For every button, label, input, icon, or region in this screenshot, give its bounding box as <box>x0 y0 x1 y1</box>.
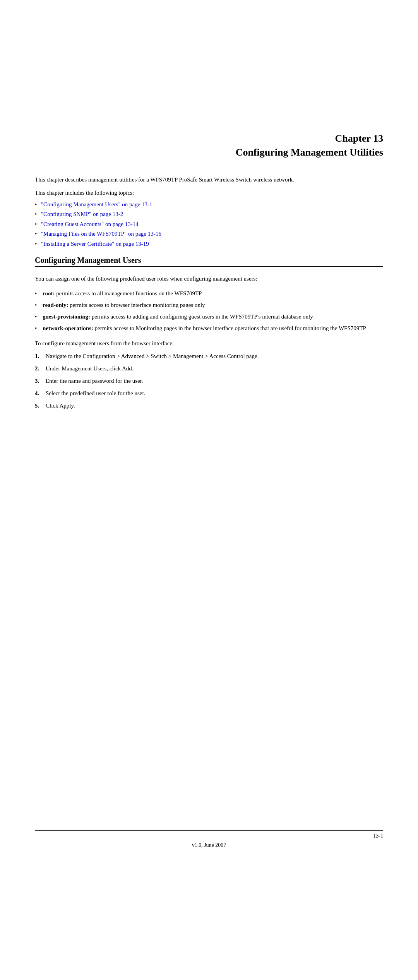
step-1-num: 1. <box>35 351 39 361</box>
chapter-title-text: Configuring Management Utilities <box>236 147 383 158</box>
step-3-text: Enter the name and password for the user… <box>46 378 143 384</box>
toc-list: "Configuring Management Users" on page 1… <box>35 200 383 249</box>
bullet-term-network: network-operations: <box>43 325 93 331</box>
toc-link-3[interactable]: "Creating Guest Accounts" on page 13-14 <box>41 221 139 227</box>
step-5: 5. Click Apply. <box>35 401 383 410</box>
step-2: 2. Under Management Users, click Add. <box>35 364 383 373</box>
step-4: 4. Select the predefined user role for t… <box>35 389 383 398</box>
chapter-label: Chapter 13 <box>335 133 383 144</box>
toc-link-1[interactable]: "Configuring Management Users" on page 1… <box>41 201 152 207</box>
bullet-term-root: root: <box>43 290 55 296</box>
configure-intro: To configure management users from the b… <box>35 339 383 348</box>
footer-page-num: 13-1 <box>35 833 383 839</box>
chapter-header: Chapter 13 Configuring Management Utilit… <box>0 132 418 175</box>
toc-item-3: "Creating Guest Accounts" on page 13-14 <box>35 219 383 230</box>
bullet-item-readonly: read-only: permits access to browser int… <box>35 300 383 310</box>
step-2-text: Under Management Users, click Add. <box>46 365 134 372</box>
bullet-list: root: permits access to all management f… <box>35 289 383 333</box>
bullet-term-readonly: read-only: <box>43 302 68 308</box>
bullet-desc-root: permits access to all management functio… <box>56 290 202 296</box>
step-5-text: Click Apply. <box>46 403 75 409</box>
toc-link-5[interactable]: "Installing a Server Certificate" on pag… <box>41 241 149 247</box>
chapter-title: Chapter 13 Configuring Management Utilit… <box>0 132 383 160</box>
bullet-item-network: network-operations: permits access to Mo… <box>35 324 383 333</box>
step-4-text: Select the predefined user role for the … <box>46 390 145 396</box>
section-heading: Configuring Management Users <box>35 256 383 267</box>
step-4-num: 4. <box>35 389 39 398</box>
bullet-item-guest: guest-provisioning: permits access to ad… <box>35 312 383 321</box>
bullet-desc-readonly: permits access to browser interface moni… <box>70 302 205 308</box>
page: Chapter 13 Configuring Management Utilit… <box>0 0 418 980</box>
bullet-item-root: root: permits access to all management f… <box>35 289 383 298</box>
toc-link-2[interactable]: "Configuring SNMP" on page 13-2 <box>41 211 123 217</box>
step-1-text: Navigate to the Configuration > Advanced… <box>46 353 259 359</box>
numbered-list: 1. Navigate to the Configuration > Advan… <box>35 351 383 410</box>
bullet-desc-guest: permits access to adding and configuring… <box>92 314 313 320</box>
bullet-term-guest: guest-provisioning: <box>43 314 90 320</box>
toc-item-1: "Configuring Management Users" on page 1… <box>35 200 383 210</box>
section-intro: You can assign one of the following pred… <box>35 274 383 283</box>
footer-area: 13-1 v1.0, June 2007 <box>35 830 383 848</box>
step-5-num: 5. <box>35 401 39 410</box>
toc-item-4: "Managing Files on the WFS709TP" on page… <box>35 229 383 239</box>
toc-item-5: "Installing a Server Certificate" on pag… <box>35 239 383 249</box>
content-area: This chapter describes management utilit… <box>0 175 418 411</box>
intro-description: This chapter describes management utilit… <box>35 175 383 184</box>
bullet-desc-network: permits access to Monitoring pages in th… <box>95 325 366 331</box>
step-1: 1. Navigate to the Configuration > Advan… <box>35 351 383 361</box>
toc-intro: This chapter includes the following topi… <box>35 188 383 197</box>
footer-line <box>35 830 383 831</box>
toc-item-2: "Configuring SNMP" on page 13-2 <box>35 209 383 219</box>
step-3-num: 3. <box>35 376 39 385</box>
toc-link-4[interactable]: "Managing Files on the WFS709TP" on page… <box>41 231 161 237</box>
step-2-num: 2. <box>35 364 39 373</box>
top-spacer <box>0 0 418 132</box>
footer-version: v1.0, June 2007 <box>35 842 383 848</box>
step-3: 3. Enter the name and password for the u… <box>35 376 383 385</box>
